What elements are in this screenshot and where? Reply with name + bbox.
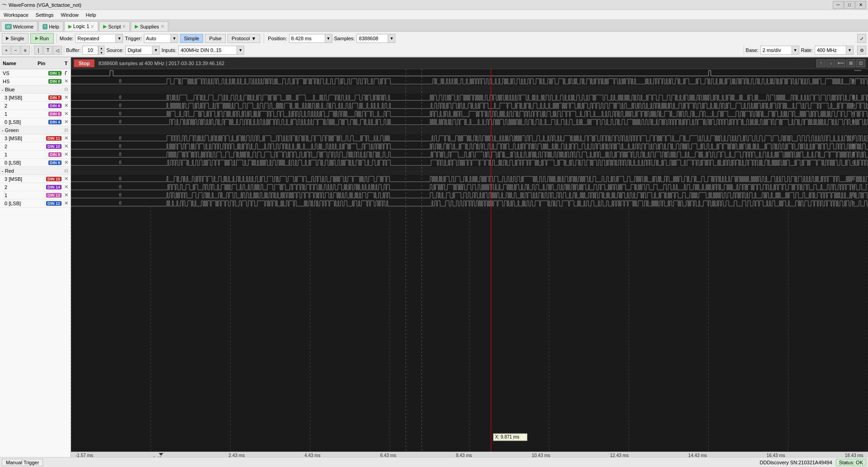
base-value[interactable]: 2 ms/div bbox=[760, 46, 792, 55]
mode-value[interactable]: Repeated bbox=[75, 34, 116, 43]
inputs-dropdown[interactable]: 400MHz DIN 0..15 ▼ bbox=[178, 46, 244, 55]
samples-dropdown[interactable]: 8388608 ▼ bbox=[356, 34, 395, 43]
signal-row-red-1[interactable]: 1 DIN 13 ✕ bbox=[0, 191, 71, 199]
stop-button[interactable]: Stop bbox=[74, 59, 95, 67]
tab-supplies[interactable]: ▶ Supplies ✕ bbox=[131, 21, 168, 31]
signal-row-red-0lsb[interactable]: 0 [LSB] DIN 12 ✕ bbox=[0, 199, 71, 208]
trigger-dropdown[interactable]: Auto ▼ bbox=[144, 34, 178, 43]
signal-row-blue-1[interactable]: 1 DIN 5 ✕ bbox=[0, 110, 71, 118]
tab-welcome[interactable]: W Welcome bbox=[1, 21, 38, 31]
position-value[interactable]: 8.428 ms bbox=[289, 34, 325, 43]
run-button[interactable]: Run bbox=[30, 33, 54, 44]
tab-supplies-close-icon[interactable]: ✕ bbox=[161, 24, 164, 29]
simple-button[interactable]: Simple bbox=[180, 34, 204, 43]
menu-workspace[interactable]: Workspace bbox=[0, 11, 32, 19]
tab-logic1-close-icon[interactable]: ✕ bbox=[90, 24, 94, 29]
toolbar: Single Run Mode: Repeated ▼ Trigger: Aut… bbox=[0, 32, 868, 57]
trigger-arrow[interactable]: ▼ bbox=[171, 34, 178, 43]
inputs-arrow[interactable]: ▼ bbox=[237, 46, 244, 55]
samples-arrow[interactable]: ▼ bbox=[388, 34, 395, 43]
t-blue-1: ✕ bbox=[62, 111, 70, 117]
signal-row-hs[interactable]: HS DIN 0 ✕ bbox=[0, 77, 71, 85]
title-text: WaveForms (VGA_tictactoe_not) bbox=[9, 2, 81, 8]
signal-row-green-0lsb[interactable]: 0 [LSB] DIN 8 ✕ bbox=[0, 159, 71, 167]
samples-value[interactable]: 8388608 bbox=[356, 34, 388, 43]
tab-script-close-icon[interactable]: ✕ bbox=[122, 24, 126, 29]
signal-row-green-3msb[interactable]: 3 [MSB] DIN 11 ✕ bbox=[0, 134, 71, 142]
buffer-input[interactable] bbox=[82, 46, 98, 55]
wf-tool3[interactable]: ⟵ bbox=[836, 59, 845, 67]
tab-supplies-play-icon: ▶ bbox=[135, 24, 138, 29]
minimize-button[interactable]: ─ bbox=[833, 1, 844, 9]
top-menu-bar: Workspace Settings Window Help bbox=[0, 10, 868, 20]
tab-script[interactable]: ▶ Script ✕ bbox=[99, 21, 130, 31]
samples-label: Samples: bbox=[334, 36, 355, 41]
position-arrow[interactable]: ▼ bbox=[325, 34, 332, 43]
tab-logic1[interactable]: ▶ Logic 1 ✕ bbox=[64, 21, 98, 31]
remove-signal-button[interactable]: − bbox=[11, 46, 20, 55]
signal-row-red-3msb[interactable]: 3 [MSB] DIN 15 ✕ bbox=[0, 175, 71, 183]
trigger-label: Trigger: bbox=[125, 36, 142, 41]
position-dropdown[interactable]: 8.428 ms ▼ bbox=[289, 34, 332, 43]
signal-row-green-2[interactable]: 2 DIN 10 ✕ bbox=[0, 142, 71, 151]
manual-trigger-button[interactable]: Manual Trigger bbox=[2, 459, 43, 466]
rate-dropdown[interactable]: 400 MHz ▼ bbox=[815, 46, 854, 55]
signal-name-red-1: 1 bbox=[1, 193, 46, 198]
waveform-canvas-area[interactable] bbox=[71, 69, 868, 452]
rate-arrow[interactable]: ▼ bbox=[846, 46, 854, 55]
menu-window[interactable]: Window bbox=[57, 11, 82, 19]
trigger-value[interactable]: Auto bbox=[144, 34, 171, 43]
cursor-button[interactable]: | bbox=[34, 46, 43, 55]
signal-row-red-2[interactable]: 2 DIN 14 ✕ bbox=[0, 183, 71, 191]
signal-row-green-1[interactable]: 1 DIN 9 ✕ bbox=[0, 151, 71, 159]
signal-row-green-group[interactable]: - Green ⊟ bbox=[0, 126, 71, 134]
buffer-spinner[interactable]: ▲ ▼ bbox=[82, 46, 104, 55]
protocol-button[interactable]: Protocol ▼ bbox=[228, 34, 260, 43]
zoom-button[interactable]: T bbox=[43, 46, 52, 55]
signal-row-blue-group[interactable]: - Blue ⊟ bbox=[0, 85, 71, 94]
close-button[interactable]: ✕ bbox=[855, 1, 866, 9]
mode-dropdown[interactable]: Repeated ▼ bbox=[75, 34, 123, 43]
tab-help[interactable]: ? Help bbox=[38, 21, 63, 31]
signal-name-green-0lsb: 0 [LSB] bbox=[1, 160, 48, 165]
base-arrow[interactable]: ▼ bbox=[792, 46, 799, 55]
signal-row-blue-3msb[interactable]: 3 [MSB] DIN 7 ✕ bbox=[0, 94, 71, 102]
divider3 bbox=[32, 46, 32, 54]
buffer-up[interactable]: ▲ bbox=[98, 46, 104, 50]
maximize-button[interactable]: □ bbox=[844, 1, 855, 9]
main-content: Name Pin T VS DIN 1 Γ HS DIN 0 ✕ - Blue … bbox=[0, 57, 868, 467]
settings-icon[interactable]: ⚙ bbox=[857, 46, 866, 55]
signal-row-vs[interactable]: VS DIN 1 Γ bbox=[0, 69, 71, 77]
scroll-button[interactable]: ◁ bbox=[53, 46, 62, 55]
wf-tool4[interactable]: ⊞ bbox=[846, 59, 855, 67]
protocol-label: Protocol bbox=[232, 36, 250, 41]
source-arrow[interactable]: ▼ bbox=[152, 46, 160, 55]
mode-arrow[interactable]: ▼ bbox=[116, 34, 123, 43]
single-button[interactable]: Single bbox=[2, 33, 28, 44]
divider4 bbox=[64, 46, 64, 54]
t-blue-0lsb: ✕ bbox=[62, 119, 70, 125]
wf-tool2[interactable]: ↓ bbox=[826, 59, 835, 67]
add-signal-button[interactable]: + bbox=[2, 46, 11, 55]
rate-value[interactable]: 400 MHz bbox=[815, 46, 846, 55]
tab-welcome-icon: W bbox=[5, 24, 12, 29]
source-value[interactable]: Digital bbox=[125, 46, 152, 55]
expand-button[interactable]: ⤢ bbox=[857, 34, 866, 43]
base-dropdown[interactable]: 2 ms/div ▼ bbox=[760, 46, 799, 55]
t-vs: Γ bbox=[62, 71, 70, 76]
menu-settings[interactable]: Settings bbox=[32, 11, 57, 19]
signal-row-blue-2[interactable]: 2 DIN 6 ✕ bbox=[0, 102, 71, 110]
wf-tool5[interactable]: ⊡ bbox=[856, 59, 865, 67]
buffer-down[interactable]: ▼ bbox=[98, 50, 104, 55]
source-dropdown[interactable]: Digital ▼ bbox=[125, 46, 160, 55]
pulse-button[interactable]: Pulse bbox=[205, 34, 226, 43]
tab-logic1-play-icon: ▶ bbox=[68, 24, 72, 29]
signal-row-blue-0lsb[interactable]: 0 [LSB] DIN 4 ✕ bbox=[0, 118, 71, 126]
wf-tool1[interactable]: ↑ bbox=[816, 59, 825, 67]
inputs-value[interactable]: 400MHz DIN 0..15 bbox=[178, 46, 237, 55]
menu-help[interactable]: Help bbox=[82, 11, 100, 19]
signal-panel: Name Pin T VS DIN 1 Γ HS DIN 0 ✕ - Blue … bbox=[0, 57, 71, 467]
signal-row-red-group[interactable]: - Red ⊟ bbox=[0, 167, 71, 175]
signal-menu-button[interactable]: ≡ bbox=[21, 46, 30, 55]
tab-script-label: Script bbox=[108, 24, 121, 29]
